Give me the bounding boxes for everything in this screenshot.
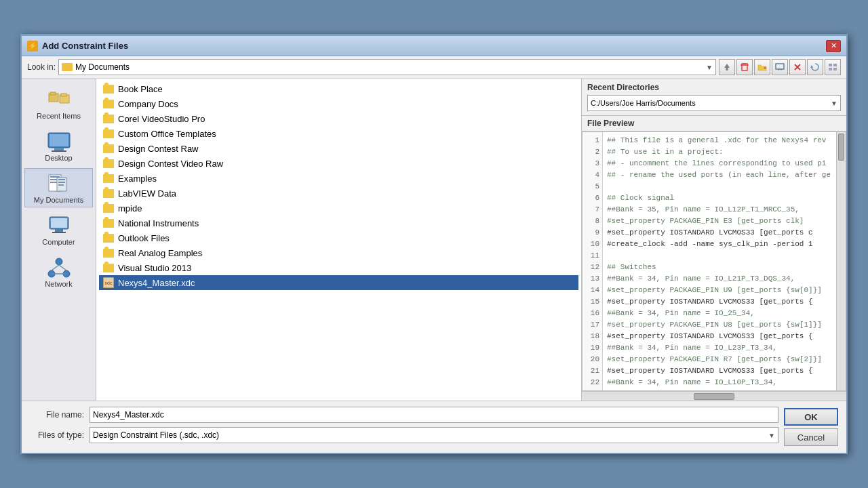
list-item[interactable]: National Instruments xyxy=(99,216,578,230)
code-area: 12345678910111213141516171819202122 ## T… xyxy=(582,131,846,391)
svg-rect-32 xyxy=(51,218,67,228)
code-line: ## Switches xyxy=(607,262,832,273)
h-scrollbar-thumb[interactable] xyxy=(694,393,734,400)
folder-icon xyxy=(62,63,73,71)
toolbar-up-button[interactable] xyxy=(719,59,735,75)
code-line: ## To use it in a project: xyxy=(607,146,832,158)
toolbar-cancel-button[interactable] xyxy=(789,59,806,75)
vertical-scrollbar[interactable] xyxy=(836,132,846,390)
file-item-label: Design Contest Raw xyxy=(118,144,199,154)
list-item[interactable]: LabVIEW Data xyxy=(99,186,578,201)
right-panel: Recent Directories C:/Users/Joe Harris/D… xyxy=(582,79,846,401)
list-item[interactable]: Outlook Files xyxy=(99,230,578,245)
look-in-inner: My Documents xyxy=(62,62,130,72)
code-line: ## Clock signal xyxy=(607,192,832,204)
line-number: 21 xyxy=(585,365,599,377)
svg-rect-29 xyxy=(58,182,65,183)
toolbar-view-button[interactable] xyxy=(825,59,841,75)
toolbar-delete-button[interactable] xyxy=(736,59,753,75)
svg-rect-11 xyxy=(829,64,832,66)
list-item[interactable]: xdcNexys4_Master.xdc xyxy=(99,275,578,290)
sidebar-item-my-documents[interactable]: My Documents xyxy=(24,168,93,207)
toolbar-computer-button[interactable] xyxy=(772,59,788,75)
scrollbar-thumb[interactable] xyxy=(838,134,844,161)
file-item-label: National Instruments xyxy=(118,218,199,228)
sidebar-my-documents-label: My Documents xyxy=(34,196,83,204)
add-constraint-dialog: ⚡ Add Constraint Files ✕ Look in: My Doc… xyxy=(20,34,848,454)
list-item[interactable]: Design Contest Raw xyxy=(99,141,578,156)
folder-icon xyxy=(103,85,114,94)
code-line: ## - rename the used ports (in each line… xyxy=(607,169,832,181)
sidebar-item-desktop[interactable]: Desktop xyxy=(24,126,93,165)
network-icon xyxy=(45,256,73,280)
look-in-select[interactable]: My Documents ▼ xyxy=(58,59,716,75)
line-number: 16 xyxy=(585,308,599,319)
file-list[interactable]: Book PlaceCompany DocsCorel VideoStudio … xyxy=(96,79,582,401)
recent-icon xyxy=(45,87,73,112)
list-item[interactable]: Real Analog Eamples xyxy=(99,245,578,260)
my-documents-icon xyxy=(45,171,73,196)
horizontal-scrollbar[interactable] xyxy=(582,391,846,401)
list-item[interactable]: Book Place xyxy=(99,81,578,96)
title-bar-left: ⚡ Add Constraint Files xyxy=(27,41,128,52)
folder-icon xyxy=(103,100,114,108)
line-number: 14 xyxy=(585,285,599,296)
code-line: ## - uncomment the lines corresponding t… xyxy=(607,158,832,169)
svg-point-35 xyxy=(56,258,62,265)
line-number: 19 xyxy=(585,342,599,354)
file-item-label: Nexys4_Master.xdc xyxy=(118,278,195,288)
file-preview-label: File Preview xyxy=(582,116,846,131)
line-number: 15 xyxy=(585,296,599,308)
svg-rect-26 xyxy=(50,182,57,183)
file-item-label: Company Docs xyxy=(118,99,178,109)
code-line: #set_property PACKAGE_PIN U8 [get_ports … xyxy=(607,319,832,331)
sidebar-item-recent[interactable]: Recent Items xyxy=(24,84,93,123)
form-fields: File name: Files of type: Design Constra… xyxy=(30,407,778,447)
sidebar-desktop-label: Desktop xyxy=(45,154,72,162)
file-item-label: Outlook Files xyxy=(118,233,170,243)
sidebar-item-network[interactable]: Network xyxy=(24,252,93,291)
line-number: 5 xyxy=(585,181,599,192)
list-item[interactable]: Visual Studio 2013 xyxy=(99,260,578,275)
close-button[interactable]: ✕ xyxy=(826,40,841,52)
code-line: ##Bank = 35, Pin name = IO_L12P_T1_MRCC_… xyxy=(607,204,832,216)
file-name-input[interactable] xyxy=(90,407,778,423)
file-item-label: LabVIEW Data xyxy=(118,188,176,199)
sidebar-item-computer[interactable]: Computer xyxy=(24,210,93,249)
svg-rect-34 xyxy=(52,232,66,233)
svg-rect-16 xyxy=(50,92,56,95)
look-in-label: Look in: xyxy=(27,62,56,72)
line-number: 7 xyxy=(585,204,599,216)
code-line: #set_property IOSTANDARD LVCMOS33 [get_p… xyxy=(607,296,832,308)
toolbar-refresh-button[interactable] xyxy=(807,59,823,75)
files-of-type-select[interactable]: Design Constraint Files (.sdc, .xdc) ▼ xyxy=(90,427,778,443)
folder-icon xyxy=(103,249,114,258)
file-item-label: Corel VideoStudio Pro xyxy=(118,114,205,124)
svg-rect-12 xyxy=(833,64,837,66)
svg-rect-21 xyxy=(54,148,64,150)
code-line: #set_property IOSTANDARD LVCMOS33 [get_p… xyxy=(607,365,832,377)
recent-dirs-select[interactable]: C:/Users/Joe Harris/Documents ▼ xyxy=(587,95,841,111)
list-item[interactable]: Company Docs xyxy=(99,96,578,111)
ok-button[interactable]: OK xyxy=(784,408,838,426)
sidebar: Recent Items Desktop xyxy=(22,79,96,401)
svg-rect-33 xyxy=(55,229,63,232)
list-item[interactable]: Custom Office Templates xyxy=(99,126,578,141)
file-item-label: mpide xyxy=(118,203,142,214)
look-in-value: My Documents xyxy=(75,62,130,72)
svg-text:+: + xyxy=(764,66,766,70)
toolbar-new-folder-button[interactable]: + xyxy=(754,59,770,75)
file-item-label: Examples xyxy=(118,174,157,184)
list-item[interactable]: mpide xyxy=(99,201,578,216)
list-item[interactable]: Design Contest Video Raw xyxy=(99,156,578,171)
line-number: 12 xyxy=(585,262,599,273)
list-item[interactable]: Examples xyxy=(99,171,578,186)
cancel-button[interactable]: Cancel xyxy=(784,428,838,446)
dialog-title: Add Constraint Files xyxy=(42,41,128,51)
xdc-icon: xdc xyxy=(103,277,114,288)
files-of-type-value: Design Constraint Files (.sdc, .xdc) xyxy=(93,430,219,440)
list-item[interactable]: Corel VideoStudio Pro xyxy=(99,111,578,126)
line-number: 20 xyxy=(585,354,599,365)
sidebar-computer-label: Computer xyxy=(42,238,75,246)
line-number: 2 xyxy=(585,146,599,158)
